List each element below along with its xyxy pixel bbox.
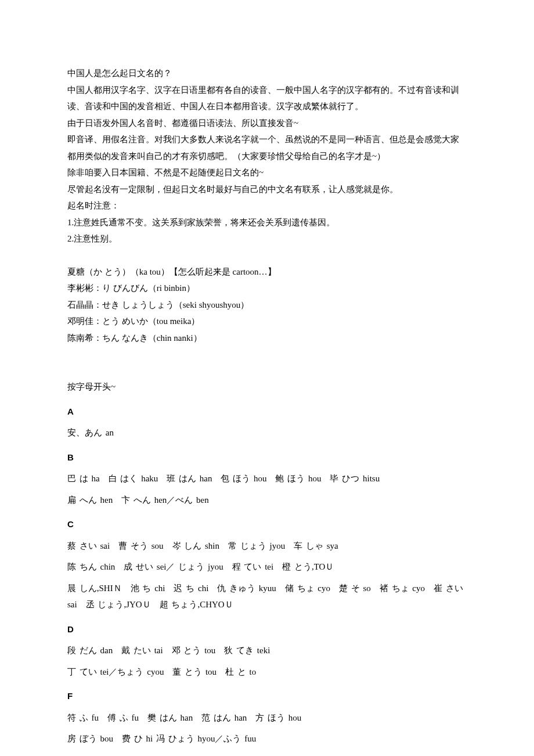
example-line: 石晶晶：せき しょうしょう（seki shyoushyou） — [67, 297, 467, 314]
intro-line: 尽管起名没有一定限制，但起日文名时最好与自己的中文名有联系，让人感觉就是你。 — [67, 181, 467, 198]
intro-line: 由于日语发外国人名音时、都遵循日语读法、所以直接发音~ — [67, 115, 467, 132]
entry-line: 房 ぼう bou 费 ひ hi 冯 ひょう hyou／ふう fuu — [67, 730, 467, 747]
alpha-intro: 按字母开头~ — [67, 379, 467, 395]
section-heading-a: A — [67, 404, 467, 420]
entry-line: 蔡 さい sai 曹 そう sou 岑 しん shin 常 じょう jyou 车… — [67, 538, 467, 555]
entry-line: 巴 は ha 白 はく haku 班 はん han 包 ほう hou 鲍 ほう … — [67, 470, 467, 487]
document-page: 中国人是怎么起日文名的？ 中国人都用汉字名字、汉字在日语里都有各自的读音、一般中… — [0, 0, 534, 756]
blank-line — [67, 362, 467, 379]
example-line: 邓明佳：とう めいか（tou meika） — [67, 313, 467, 330]
section-heading-f: F — [67, 688, 467, 705]
entry-line: 丁 てい tei／ちょう cyou 董 とう tou 杜 と to — [67, 664, 467, 681]
intro-line: 2.注意性别。 — [67, 231, 467, 247]
intro-line: 中国人都用汉字名字、汉字在日语里都有各自的读音、一般中国人名字的汉字都有的。不过… — [67, 82, 467, 115]
entry-line: 安、あん an — [67, 424, 467, 441]
entry-line: 陈 ちん chin 成 せい sei／ じょう jyou 程 てい tei 橙 … — [67, 559, 467, 575]
example-line: 夏糖（か とう）（ka tou）【怎么听起来是 cartoon…】 — [67, 264, 467, 280]
entry-line: 扁 へん hen 卞 へん hen／べん ben — [67, 492, 467, 509]
section-heading-d: D — [67, 621, 467, 638]
example-line: 李彬彬：り びんびん（ri binbin） — [67, 280, 467, 297]
entry-line: 符 ふ fu 傅 ふ fu 樊 はん han 范 はん han 方 ほう hou — [67, 710, 467, 726]
intro-line: 1.注意姓氏通常不变。这关系到家族荣誉，将来还会关系到遗传基因。 — [67, 214, 467, 231]
blank-line — [67, 346, 467, 362]
section-heading-b: B — [67, 449, 467, 466]
section-heading-c: C — [67, 516, 467, 533]
intro-line: 中国人是怎么起日文名的？ — [67, 65, 467, 82]
intro-line: 除非咱要入日本国籍、不然是不起随便起日文名的~ — [67, 164, 467, 181]
entry-line: 晨 しん,SHIＮ 池 ち chi 迟 ち chi 仇 きゅう kyuu 储 ち… — [67, 580, 467, 613]
blank-line — [67, 247, 467, 264]
entry-line: 段 だん dan 戴 たい tai 邓 とう tou 狄 てき teki — [67, 642, 467, 659]
example-line: 陈南希：ちん なんき（chin nanki） — [67, 330, 467, 347]
intro-line: 即音译、用假名注音。对我们大多数人来说名字就一个、虽然说的不是同一种语言、但总是… — [67, 131, 467, 164]
intro-line: 起名时注意： — [67, 197, 467, 214]
